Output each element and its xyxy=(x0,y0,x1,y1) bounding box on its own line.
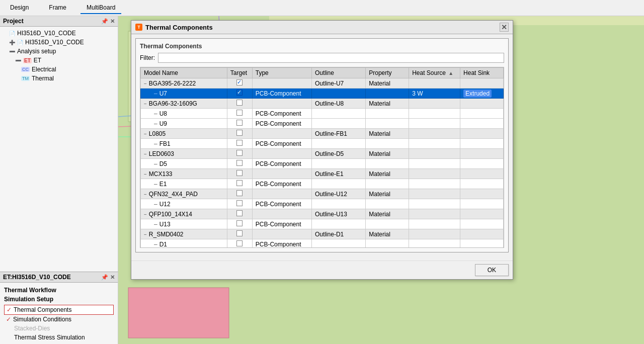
table-row[interactable]: –U8PCB-Component xyxy=(141,109,504,119)
cell-heat-source xyxy=(409,169,460,179)
table-row[interactable]: −BGA395-26-2222Outline-U7Material xyxy=(141,78,504,89)
checkbox[interactable] xyxy=(236,170,243,176)
cell-model-name: –D5 xyxy=(141,159,227,169)
cell-heat-sink xyxy=(460,149,504,159)
cell-heat-sink xyxy=(460,99,504,109)
heat-sink-tag: Extruded xyxy=(463,90,492,98)
cell-type xyxy=(252,78,311,89)
cell-type xyxy=(252,149,311,159)
checkbox[interactable] xyxy=(236,200,243,206)
expand-icon[interactable]: − xyxy=(144,171,147,177)
table-row[interactable]: −QFN32_4X4_PADOutline-U12Material xyxy=(141,189,504,199)
col-type[interactable]: Type xyxy=(252,68,311,78)
checkbox[interactable] xyxy=(236,190,243,196)
expand-icon[interactable]: − xyxy=(144,101,147,107)
table-row[interactable]: –E1PCB-Component xyxy=(141,179,504,189)
checkbox[interactable] xyxy=(236,150,243,156)
table-row[interactable]: −L0805Outline-FB1Material xyxy=(141,129,504,139)
checkbox[interactable] xyxy=(236,130,243,136)
cell-target[interactable] xyxy=(227,109,252,119)
table-row[interactable]: –U13PCB-Component xyxy=(141,219,504,229)
cell-target[interactable] xyxy=(227,119,252,129)
cell-model-name: –U7 xyxy=(141,89,227,99)
cell-type xyxy=(252,189,311,199)
table-header-row: Model Name Target Type Outline xyxy=(141,68,504,78)
expand-icon[interactable]: − xyxy=(144,81,147,87)
cell-type xyxy=(252,99,311,109)
cell-type: PCB-Component xyxy=(252,219,311,229)
cell-property: Material xyxy=(366,149,409,159)
checkbox[interactable] xyxy=(236,210,243,216)
expand-icon[interactable]: − xyxy=(144,192,147,197)
modal-overlay: T Thermal Components ✕ Thermal Component… xyxy=(0,0,644,344)
cell-type: PCB-Component xyxy=(252,179,311,189)
expand-icon[interactable]: − xyxy=(144,151,147,157)
cell-heat-sink xyxy=(460,209,504,219)
cell-property: Material xyxy=(366,78,409,89)
cell-heat-sink xyxy=(460,139,504,149)
filter-input[interactable] xyxy=(158,53,504,63)
cell-target[interactable] xyxy=(227,219,252,229)
cell-target[interactable] xyxy=(227,149,252,159)
ok-button[interactable]: OK xyxy=(475,264,509,276)
table-row[interactable]: −R_SMD0402Outline-D1Material xyxy=(141,229,504,239)
cell-heat-sink xyxy=(460,229,504,239)
checkbox[interactable] xyxy=(236,240,243,246)
checkbox[interactable] xyxy=(236,79,243,85)
table-scroll-area[interactable]: Model Name Target Type Outline xyxy=(140,67,504,248)
cell-property xyxy=(366,89,409,99)
col-heat-source[interactable]: Heat Source ▲ xyxy=(409,68,460,78)
table-row[interactable]: –D1PCB-Component xyxy=(141,239,504,248)
table-row[interactable]: –D5PCB-Component xyxy=(141,159,504,169)
col-heat-sink[interactable]: Heat Sink xyxy=(460,68,504,78)
cell-target[interactable] xyxy=(227,159,252,169)
checkbox[interactable] xyxy=(236,90,243,96)
expand-icon[interactable]: − xyxy=(144,232,147,237)
table-row[interactable]: −QFP100_14X14Outline-U13Material xyxy=(141,209,504,219)
cell-target[interactable] xyxy=(227,89,252,99)
cell-model-name: –E1 xyxy=(141,179,227,189)
table-row[interactable]: −BGA96-32-1609GOutline-U8Material xyxy=(141,99,504,109)
cell-target[interactable] xyxy=(227,199,252,209)
cell-target[interactable] xyxy=(227,169,252,179)
cell-property xyxy=(366,239,409,248)
col-outline[interactable]: Outline xyxy=(311,68,365,78)
cell-target[interactable] xyxy=(227,129,252,139)
col-model-name[interactable]: Model Name xyxy=(141,68,227,78)
checkbox[interactable] xyxy=(236,110,243,116)
table-row[interactable]: –U12PCB-Component xyxy=(141,199,504,209)
cell-target[interactable] xyxy=(227,209,252,219)
cell-outline xyxy=(311,239,365,248)
table-row[interactable]: −LED0603Outline-D5Material xyxy=(141,149,504,159)
cell-target[interactable] xyxy=(227,189,252,199)
expand-icon[interactable]: − xyxy=(144,212,147,217)
cell-type xyxy=(252,169,311,179)
table-row[interactable]: –U9PCB-Component xyxy=(141,119,504,129)
checkbox[interactable] xyxy=(236,120,243,126)
modal-close-button[interactable]: ✕ xyxy=(500,23,509,32)
table-body: −BGA395-26-2222Outline-U7Material–U7PCB-… xyxy=(141,78,504,248)
table-row[interactable]: –FB1PCB-Component xyxy=(141,139,504,149)
checkbox[interactable] xyxy=(236,180,243,186)
checkbox[interactable] xyxy=(236,160,243,166)
checkbox[interactable] xyxy=(236,230,243,236)
cell-target[interactable] xyxy=(227,239,252,248)
cell-model-name: −BGA395-26-2222 xyxy=(141,78,227,89)
cell-target[interactable] xyxy=(227,99,252,109)
cell-target[interactable] xyxy=(227,229,252,239)
cell-type: PCB-Component xyxy=(252,119,311,129)
cell-model-name: –U9 xyxy=(141,119,227,129)
checkbox[interactable] xyxy=(236,100,243,106)
cell-property xyxy=(366,179,409,189)
expand-icon[interactable]: − xyxy=(144,131,147,137)
checkbox[interactable] xyxy=(236,220,243,226)
cell-target[interactable] xyxy=(227,179,252,189)
col-property[interactable]: Property xyxy=(366,68,409,78)
table-row[interactable]: –U7PCB-Component3 WExtruded xyxy=(141,89,504,99)
cell-target[interactable] xyxy=(227,78,252,89)
cell-property: Material xyxy=(366,99,409,109)
col-target[interactable]: Target xyxy=(227,68,252,78)
checkbox[interactable] xyxy=(236,140,243,146)
cell-target[interactable] xyxy=(227,139,252,149)
table-row[interactable]: −MCX133Outline-E1Material xyxy=(141,169,504,179)
